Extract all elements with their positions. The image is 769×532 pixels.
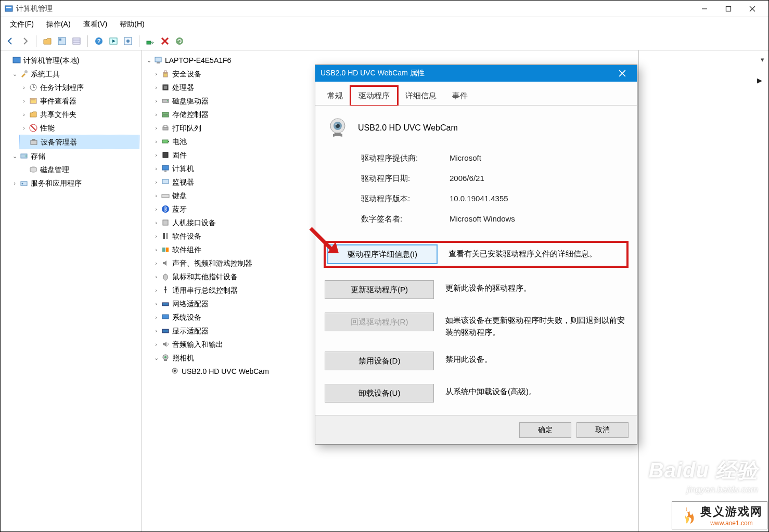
svg-rect-53: [164, 171, 166, 172]
network-icon: [161, 299, 170, 308]
window-title: 计算机管理: [16, 4, 693, 14]
scan-button[interactable]: [144, 34, 157, 48]
tree-label: 磁盘管理: [40, 163, 69, 176]
storage-ctrl-icon: [161, 110, 170, 119]
update-driver-button[interactable]: 更新驱动程序(P): [325, 280, 434, 299]
refresh-button[interactable]: [173, 34, 186, 48]
show-hidden-button[interactable]: [121, 34, 135, 48]
version-label: 驱动程序版本:: [361, 194, 450, 204]
window-controls: [693, 1, 764, 17]
minimize-button[interactable]: [693, 1, 716, 17]
tree-shared-folders[interactable]: ›共享文件夹: [19, 108, 139, 121]
tab-driver[interactable]: 驱动程序: [351, 86, 398, 106]
firmware-icon: [161, 150, 170, 160]
cancel-button[interactable]: 取消: [576, 422, 629, 438]
tree-label: 监视器: [172, 176, 194, 188]
svg-point-77: [336, 124, 337, 125]
date-label: 驱动程序日期:: [361, 174, 450, 184]
baidu-watermark: Baidu 经验 jingyan.baidu.com: [649, 456, 758, 495]
back-button[interactable]: [4, 34, 17, 48]
svg-rect-45: [162, 112, 169, 114]
driver-details-button[interactable]: 驱动程序详细信息(I): [328, 245, 437, 264]
uninstall-device-button[interactable]: 卸载设备(U): [325, 384, 434, 403]
svg-rect-0: [5, 6, 12, 11]
device-name: USB2.0 HD UVC WebCam: [358, 123, 458, 133]
svg-rect-58: [163, 233, 165, 239]
svg-rect-42: [164, 86, 167, 89]
menu-bar: 文件(F) 操作(A) 查看(V) 帮助(H): [1, 17, 768, 32]
tree-device-manager[interactable]: ›设备管理器: [19, 135, 139, 149]
clock-icon: [29, 83, 38, 92]
tab-details[interactable]: 详细信息: [398, 86, 444, 106]
gpu-icon: [161, 326, 170, 335]
close-button[interactable]: [740, 1, 764, 17]
action-button[interactable]: [107, 34, 120, 48]
svg-point-68: [164, 356, 166, 358]
watermark-cn: 经验: [715, 459, 758, 482]
svg-rect-8: [73, 38, 80, 44]
provider-label: 驱动程序提供商:: [361, 153, 450, 163]
tree-storage[interactable]: ⌄存储: [10, 149, 139, 163]
date-value: 2006/6/21: [450, 174, 484, 184]
svg-rect-49: [162, 140, 168, 143]
dialog-close-button[interactable]: [613, 67, 632, 80]
maximize-button[interactable]: [716, 1, 740, 17]
svg-rect-60: [162, 248, 165, 252]
site-badge: 奥义游戏网 www.aoe1.com: [672, 501, 767, 529]
svg-rect-51: [163, 152, 168, 158]
svg-rect-3: [726, 6, 731, 11]
svg-rect-7: [59, 38, 61, 41]
tree-task-scheduler[interactable]: ›任务计划程序: [19, 81, 139, 94]
menu-help[interactable]: 帮助(H): [114, 18, 149, 31]
tree-label: 网络适配器: [172, 297, 209, 310]
up-folder-button[interactable]: [41, 34, 54, 48]
tab-general[interactable]: 常规: [319, 86, 351, 106]
tree-system-tools[interactable]: ⌄系统工具: [10, 67, 139, 81]
properties-button[interactable]: [55, 34, 69, 48]
tree-label: 安全设备: [172, 68, 201, 80]
tree-label: 软件组件: [172, 243, 201, 256]
tree-label: 计算机管理(本地): [23, 54, 79, 67]
rollback-driver-button: 回退驱动程序(R): [325, 313, 434, 331]
svg-point-20: [176, 37, 183, 45]
site-badge-cn: 奥义游戏网: [700, 504, 763, 520]
help-button[interactable]: ?: [92, 34, 106, 48]
list-button[interactable]: [70, 34, 83, 48]
dialog-title: USB2.0 HD UVC WebCam 属性: [321, 69, 613, 78]
disable-device-desc: 禁用此设备。: [445, 352, 627, 366]
tree-disk-mgmt[interactable]: ›磁盘管理: [19, 163, 139, 176]
menu-view[interactable]: 查看(V): [78, 18, 113, 31]
delete-button[interactable]: [158, 34, 172, 48]
dialog-tabs: 常规 驱动程序 详细信息 事件: [315, 82, 637, 106]
svg-rect-31: [32, 139, 35, 140]
signer-label: 数字签名者:: [361, 214, 450, 224]
tree-services-apps[interactable]: ›服务和应用程序: [10, 176, 139, 190]
svg-point-16: [126, 40, 130, 43]
menu-action[interactable]: 操作(A): [41, 18, 76, 31]
left-navigation-tree[interactable]: ▾ 计算机管理(本地) ⌄系统工具 ›任务计划程序 ›事件查看器 ›共享文件夹 …: [1, 50, 142, 532]
webcam-icon: [170, 367, 180, 376]
dialog-titlebar: USB2.0 HD UVC WebCam 属性: [315, 65, 637, 82]
ok-button[interactable]: 确定: [519, 422, 571, 438]
tools-icon: [19, 69, 29, 79]
usb-icon: [161, 286, 170, 295]
tree-performance[interactable]: ›性能: [19, 121, 139, 135]
menu-file[interactable]: 文件(F): [5, 18, 39, 31]
collapse-icon[interactable]: ▾: [761, 56, 764, 63]
tree-label: 通用串行总线控制器: [172, 284, 238, 296]
disable-device-button[interactable]: 禁用设备(D): [325, 352, 434, 370]
window-titlebar: 计算机管理: [1, 1, 768, 17]
software-dev-icon: [161, 231, 170, 241]
tree-root[interactable]: ▾ 计算机管理(本地): [3, 54, 139, 67]
svg-rect-39: [163, 72, 168, 77]
event-icon: [29, 96, 38, 106]
forward-button[interactable]: [18, 34, 32, 48]
tree-label: 系统工具: [31, 68, 60, 80]
tree-label: 服务和应用程序: [31, 177, 82, 189]
tree-label: 固件: [172, 149, 187, 161]
expand-icon[interactable]: ▶: [757, 76, 762, 84]
watermark-url: jingyan.baidu.com: [649, 485, 758, 495]
tab-events[interactable]: 事件: [444, 86, 476, 106]
signer-value: Microsoft Windows: [450, 214, 515, 224]
tree-event-viewer[interactable]: ›事件查看器: [19, 94, 139, 108]
